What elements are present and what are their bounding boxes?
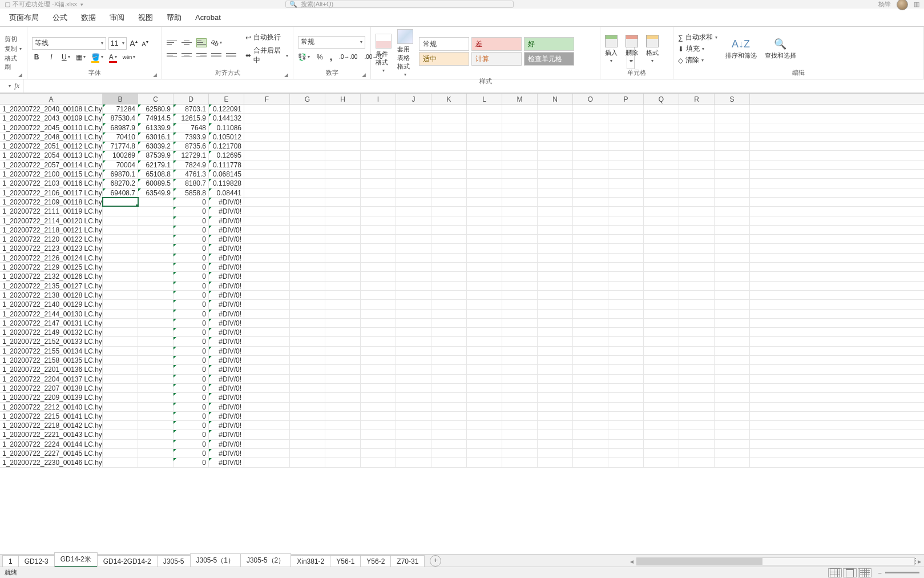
cell[interactable]: [396, 226, 431, 234]
cell[interactable]: [290, 123, 325, 132]
cell[interactable]: [138, 403, 173, 411]
ribbon-tab[interactable]: 视图: [131, 9, 160, 26]
italic-button[interactable]: I: [47, 53, 56, 61]
cell[interactable]: [290, 179, 325, 187]
cell[interactable]: 5858.8: [173, 188, 209, 197]
cell[interactable]: [538, 440, 573, 448]
cell[interactable]: [538, 430, 573, 439]
cell[interactable]: [325, 188, 361, 197]
cell[interactable]: [715, 347, 750, 355]
cell[interactable]: [431, 393, 467, 402]
cell[interactable]: [325, 226, 361, 234]
cell[interactable]: [538, 160, 573, 169]
cell[interactable]: [644, 458, 679, 467]
style-calc[interactable]: 计算: [471, 52, 522, 66]
cell[interactable]: [715, 160, 750, 169]
cell[interactable]: [644, 160, 679, 169]
cell[interactable]: [502, 105, 538, 113]
page-layout-view-button[interactable]: [843, 568, 857, 577]
cell[interactable]: [103, 310, 138, 318]
cell[interactable]: [431, 356, 467, 364]
cell[interactable]: [396, 114, 431, 122]
cell[interactable]: [325, 430, 361, 439]
cell[interactable]: [679, 328, 715, 336]
cell[interactable]: [361, 123, 396, 132]
cell[interactable]: [103, 319, 138, 327]
cell[interactable]: [502, 254, 538, 262]
cell[interactable]: 62580.9: [138, 105, 173, 113]
cell[interactable]: [431, 198, 467, 206]
cell[interactable]: [431, 170, 467, 178]
spreadsheet-grid[interactable]: ABCDEFGHIJKLMNOPQRS 1_20200722_2040_0010…: [0, 93, 924, 554]
cell[interactable]: [396, 365, 431, 374]
cell[interactable]: [361, 151, 396, 159]
cell[interactable]: 0.11086: [209, 123, 244, 132]
column-header[interactable]: C: [138, 94, 173, 104]
cell[interactable]: [361, 328, 396, 336]
cell[interactable]: [361, 235, 396, 243]
cell[interactable]: [361, 198, 396, 206]
cell[interactable]: [502, 123, 538, 132]
ribbon-tab[interactable]: 帮助: [160, 9, 188, 26]
cell[interactable]: [502, 365, 538, 374]
cell[interactable]: [290, 356, 325, 364]
cell[interactable]: 0.105012: [209, 133, 244, 141]
cell[interactable]: [608, 235, 644, 243]
cell[interactable]: [679, 216, 715, 225]
cell[interactable]: [538, 347, 573, 355]
cell[interactable]: [244, 188, 290, 197]
cell[interactable]: [325, 365, 361, 374]
sheet-tab[interactable]: J305-5（2）: [240, 553, 291, 567]
phonetic-button[interactable]: wén▾: [123, 54, 136, 60]
cell[interactable]: 1_20200722_2155_00134 LC.hys: [0, 347, 103, 355]
cell[interactable]: [103, 449, 138, 457]
cell[interactable]: [467, 114, 502, 122]
cell[interactable]: [679, 170, 715, 178]
column-header[interactable]: G: [290, 94, 325, 104]
cell[interactable]: [325, 310, 361, 318]
cell[interactable]: [244, 105, 290, 113]
cell[interactable]: [103, 393, 138, 402]
cell[interactable]: [361, 179, 396, 187]
cell[interactable]: [431, 449, 467, 457]
cell[interactable]: [431, 300, 467, 308]
cell[interactable]: [679, 310, 715, 318]
cell[interactable]: [608, 263, 644, 271]
cell[interactable]: [396, 105, 431, 113]
cell[interactable]: [244, 384, 290, 392]
cell[interactable]: [608, 347, 644, 355]
cell[interactable]: [431, 337, 467, 346]
cell[interactable]: [396, 291, 431, 299]
sheet-tab[interactable]: GD14-2GD14-2: [97, 555, 158, 567]
cell[interactable]: [290, 160, 325, 169]
cell[interactable]: [644, 365, 679, 374]
cell[interactable]: [467, 105, 502, 113]
column-header[interactable]: K: [431, 94, 467, 104]
delete-cells-button[interactable]: 删除▾: [626, 35, 638, 63]
cell[interactable]: [244, 160, 290, 169]
cell[interactable]: [361, 347, 396, 355]
cell[interactable]: [608, 216, 644, 225]
cell[interactable]: [502, 151, 538, 159]
cell[interactable]: [325, 403, 361, 411]
cell[interactable]: [396, 263, 431, 271]
cell[interactable]: [431, 105, 467, 113]
cell[interactable]: [538, 337, 573, 346]
cell[interactable]: 1_20200722_2201_00136 LC.hys: [0, 365, 103, 374]
cell[interactable]: [644, 170, 679, 178]
cell[interactable]: [538, 235, 573, 243]
cell[interactable]: [608, 365, 644, 374]
style-neutral[interactable]: 适中: [419, 52, 469, 66]
cell[interactable]: [573, 291, 608, 299]
cell[interactable]: [573, 412, 608, 420]
cell[interactable]: [644, 393, 679, 402]
cell[interactable]: [244, 207, 290, 215]
cell[interactable]: [467, 263, 502, 271]
cell[interactable]: [573, 375, 608, 383]
cell[interactable]: 0: [173, 198, 209, 206]
cell[interactable]: 0: [173, 263, 209, 271]
cell[interactable]: [244, 375, 290, 383]
cell[interactable]: [431, 440, 467, 448]
cell[interactable]: [644, 412, 679, 420]
cell[interactable]: [644, 430, 679, 439]
